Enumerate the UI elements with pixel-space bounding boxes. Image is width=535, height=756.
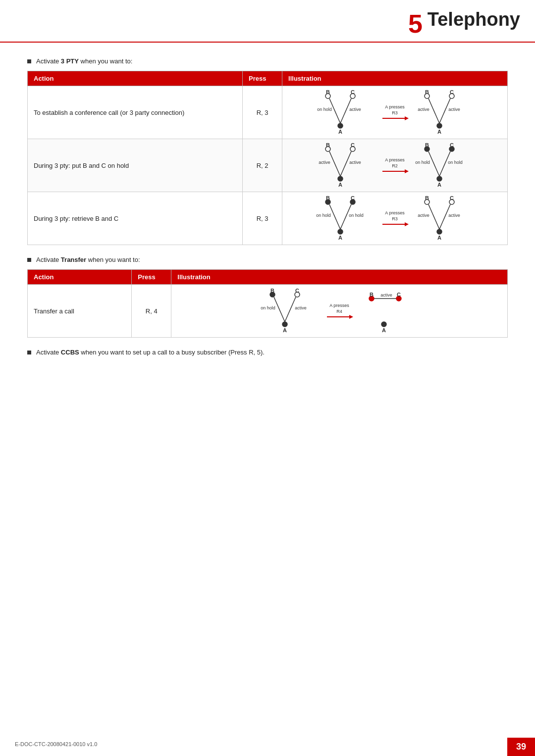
diagram-left-2: B C A active active bbox=[316, 143, 375, 188]
action-cell: During 3 pty: retrieve B and C bbox=[28, 192, 243, 245]
table-row: Transfer a call R, 4 B C A bbox=[28, 285, 508, 338]
svg-line-44 bbox=[428, 151, 439, 176]
page-number-badge: 39 bbox=[507, 738, 535, 756]
col-illus-header2: Illustration bbox=[171, 270, 508, 285]
svg-point-4 bbox=[338, 123, 343, 128]
bullet-ccbs-text: Activate CCBS when you want to set up a … bbox=[36, 349, 265, 356]
action-cell: During 3 pty: put B and C on hold bbox=[28, 139, 243, 192]
svg-marker-85 bbox=[349, 315, 353, 319]
chapter-number: 5 bbox=[408, 9, 423, 39]
diagram-right-2: B C A on hold on hold bbox=[415, 143, 474, 188]
bullet-3pty-text: Activate 3 PTY when you want to: bbox=[36, 57, 132, 65]
illus-cell: B C A on hold active A presses bbox=[171, 285, 508, 338]
bullet-transfer-text: Activate Transfer when you want to: bbox=[36, 256, 140, 263]
bullet-transfer: Activate Transfer when you want to: bbox=[27, 256, 508, 263]
svg-text:B: B bbox=[425, 143, 429, 148]
svg-text:R3: R3 bbox=[392, 216, 398, 221]
press-cell: R, 4 bbox=[132, 285, 171, 338]
svg-text:A: A bbox=[338, 182, 342, 188]
svg-text:C: C bbox=[351, 90, 355, 95]
press-cell: R, 2 bbox=[243, 139, 282, 192]
table-3pty: Action Press Illustration To establish a… bbox=[27, 71, 508, 245]
svg-line-68 bbox=[428, 204, 439, 229]
svg-text:A: A bbox=[338, 129, 342, 135]
svg-text:A presses: A presses bbox=[385, 210, 405, 215]
arrow-3: A presses R3 bbox=[380, 208, 410, 228]
diagram-right-transfer: B active C A bbox=[359, 289, 419, 333]
col-press-header: Press bbox=[243, 71, 282, 86]
col-action-header2: Action bbox=[28, 270, 132, 285]
diagram-left-transfer: B C A on hold active bbox=[260, 289, 320, 333]
diagram-left-3: B C A on hold on hold bbox=[316, 196, 375, 241]
arrow-transfer: A presses R4 bbox=[324, 301, 354, 321]
svg-text:active: active bbox=[349, 107, 361, 112]
svg-line-79 bbox=[285, 297, 296, 322]
svg-text:B: B bbox=[326, 196, 330, 201]
diagram-right-1: B C A active active bbox=[415, 90, 474, 135]
page-header: 5 Telephony bbox=[0, 0, 535, 43]
svg-line-30 bbox=[329, 151, 340, 176]
svg-text:on hold: on hold bbox=[415, 160, 430, 165]
svg-text:A: A bbox=[382, 327, 386, 333]
diagram-left-1: B C A on hold active bbox=[316, 90, 375, 135]
svg-point-52 bbox=[338, 229, 343, 234]
svg-marker-61 bbox=[405, 222, 409, 226]
illus-cell: B C A on hold on hold A presses bbox=[282, 192, 508, 245]
svg-text:B: B bbox=[370, 292, 374, 298]
svg-line-54 bbox=[329, 204, 340, 229]
illus-cell: B C A on hold active bbox=[282, 86, 508, 139]
col-illus-header: Illustration bbox=[282, 71, 508, 86]
svg-point-42 bbox=[437, 176, 442, 181]
table-transfer: Action Press Illustration Transfer a cal… bbox=[27, 269, 508, 338]
diagram-right-3: B C A active active bbox=[415, 196, 474, 241]
svg-text:A presses: A presses bbox=[385, 104, 405, 109]
svg-text:A: A bbox=[283, 327, 287, 333]
svg-text:C: C bbox=[351, 143, 355, 148]
bullet-icon bbox=[27, 59, 31, 63]
svg-line-78 bbox=[274, 297, 285, 322]
svg-marker-37 bbox=[405, 169, 409, 173]
svg-point-28 bbox=[338, 176, 343, 181]
svg-text:A: A bbox=[437, 235, 441, 241]
svg-point-92 bbox=[381, 322, 386, 327]
svg-text:A: A bbox=[338, 235, 342, 241]
svg-text:C: C bbox=[450, 90, 454, 95]
svg-text:active: active bbox=[380, 293, 392, 298]
svg-text:active: active bbox=[319, 160, 330, 165]
svg-text:active: active bbox=[448, 107, 460, 112]
svg-text:C: C bbox=[295, 289, 299, 294]
press-cell: R, 3 bbox=[243, 86, 282, 139]
bullet-3pty: Activate 3 PTY when you want to: bbox=[27, 57, 508, 65]
svg-text:C: C bbox=[397, 292, 401, 298]
svg-text:C: C bbox=[450, 143, 454, 148]
svg-text:R4: R4 bbox=[336, 309, 342, 314]
svg-text:C: C bbox=[450, 196, 454, 201]
svg-text:A presses: A presses bbox=[385, 157, 405, 162]
action-cell: To establish a conference call (or 3 par… bbox=[28, 86, 243, 139]
table-row: During 3 pty: retrieve B and C R, 3 B C … bbox=[28, 192, 508, 245]
illus-cell: B C A active active A presses bbox=[282, 139, 508, 192]
svg-text:active: active bbox=[349, 160, 361, 165]
svg-text:on hold: on hold bbox=[261, 305, 275, 310]
press-cell: R, 3 bbox=[243, 192, 282, 245]
svg-text:on hold: on hold bbox=[317, 107, 332, 112]
svg-text:A presses: A presses bbox=[329, 303, 349, 308]
table-row: During 3 pty: put B and C on hold R, 2 B… bbox=[28, 139, 508, 192]
main-content: Activate 3 PTY when you want to: Action … bbox=[0, 52, 535, 367]
svg-text:on hold: on hold bbox=[349, 213, 364, 218]
svg-point-18 bbox=[437, 123, 442, 128]
svg-marker-13 bbox=[405, 116, 409, 120]
svg-text:active: active bbox=[448, 213, 460, 218]
svg-text:C: C bbox=[351, 196, 355, 201]
chapter-title: Telephony bbox=[428, 9, 520, 30]
arrow-2: A presses R2 bbox=[380, 155, 410, 175]
svg-point-66 bbox=[437, 229, 442, 234]
col-press-header2: Press bbox=[132, 270, 171, 285]
svg-line-20 bbox=[428, 99, 439, 123]
svg-text:B: B bbox=[326, 90, 330, 95]
page-footer: E-DOC-CTC-20080421-0010 v1.0 bbox=[0, 741, 535, 747]
svg-text:active: active bbox=[295, 305, 307, 310]
bullet-ccbs: Activate CCBS when you want to set up a … bbox=[27, 349, 508, 356]
svg-point-76 bbox=[282, 322, 287, 327]
svg-text:A: A bbox=[437, 182, 441, 188]
